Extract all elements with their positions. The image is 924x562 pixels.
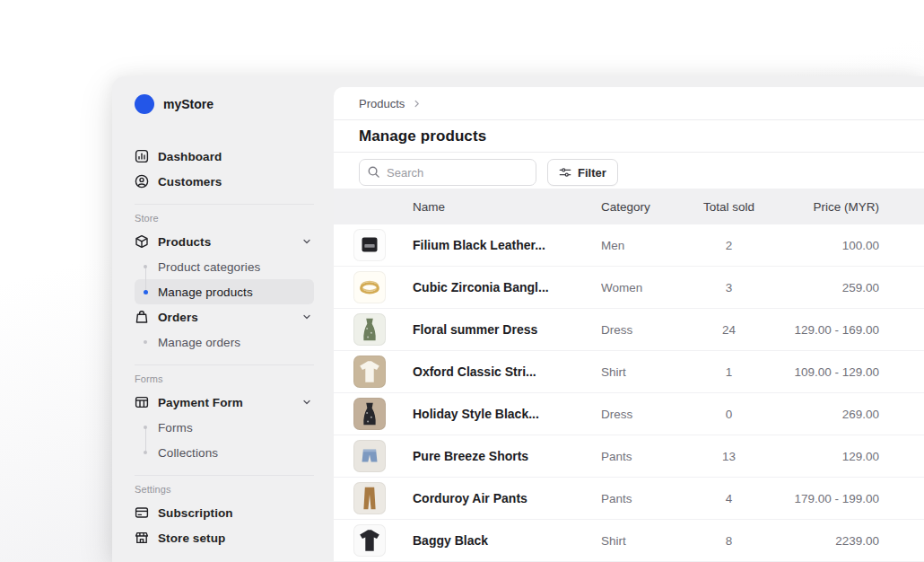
- product-category: Pants: [601, 450, 682, 463]
- sidebar-item-customers[interactable]: Customers: [135, 169, 314, 194]
- bullet-dot-icon: [144, 426, 147, 429]
- chevron-right-icon: [412, 99, 422, 109]
- table-row[interactable]: Filium Black Leather... Men 2 100.00: [334, 224, 924, 267]
- sidebar-divider: [135, 475, 314, 476]
- sidebar-item-manage-orders[interactable]: Manage orders: [135, 329, 314, 355]
- product-category: Women: [601, 281, 682, 294]
- app-window: myStore DashboardCustomersStoreProductsP…: [112, 76, 924, 562]
- column-header-name: Name: [413, 200, 601, 214]
- bullet-dot-icon: [144, 451, 147, 454]
- product-category: Shirt: [601, 534, 682, 548]
- product-name: Cubic Zirconia Bangl...: [413, 280, 601, 294]
- product-price: 179.00 - 199.00: [776, 492, 879, 505]
- chevron-down-icon: [301, 312, 312, 322]
- table-row[interactable]: Holiday Style Black... Dress 0 269.00: [334, 393, 924, 435]
- sidebar-item-store-setup[interactable]: Store setup: [135, 525, 314, 550]
- sidebar-item-product-categories[interactable]: Product categories: [135, 254, 314, 279]
- product-total-sold: 2: [682, 239, 776, 252]
- sidebar-divider: [135, 364, 314, 365]
- product-total-sold: 3: [682, 281, 776, 294]
- sidebar-item-label: Store setup: [158, 531, 225, 545]
- sidebar-item-dashboard[interactable]: Dashboard: [135, 144, 314, 169]
- table-row[interactable]: Oxford Classic Stri... Shirt 1 109.00 - …: [334, 351, 924, 393]
- sidebar-item-label: Manage products: [158, 285, 253, 299]
- sidebar-item-forms[interactable]: Forms: [135, 415, 314, 440]
- product-thumbnail: [353, 229, 386, 261]
- sidebar-item-label: Dashboard: [158, 150, 222, 163]
- filter-icon: [559, 166, 571, 179]
- table-row[interactable]: Floral summer Dress Dress 24 129.00 - 16…: [334, 309, 924, 351]
- payment-form-icon: [135, 395, 149, 409]
- store-setup-icon: [135, 531, 149, 545]
- search-box[interactable]: [359, 159, 536, 186]
- sidebar-item-label: Subscription: [158, 506, 233, 520]
- product-category: Men: [601, 239, 682, 252]
- column-header-category: Category: [601, 200, 682, 214]
- sidebar-nav: DashboardCustomersStoreProductsProduct c…: [135, 144, 314, 550]
- sidebar-item-label: Customers: [158, 175, 222, 189]
- sidebar-item-label: Products: [158, 235, 211, 249]
- product-total-sold: 1: [682, 365, 776, 379]
- bullet-dot-icon: [144, 340, 147, 344]
- product-thumbnail: [353, 398, 386, 430]
- sidebar-item-orders[interactable]: Orders: [135, 304, 314, 329]
- title-bar: Manage products: [334, 120, 924, 153]
- sidebar-item-label: Collections: [158, 446, 218, 460]
- sidebar-item-collections[interactable]: Collections: [135, 440, 314, 465]
- table-row[interactable]: Corduroy Air Pants Pants 4 179.00 - 199.…: [334, 478, 924, 520]
- product-name: Pure Breeze Shorts: [413, 449, 601, 463]
- product-price: 2239.00: [776, 534, 879, 548]
- table-row[interactable]: Baggy Black Shirt 8 2239.00: [334, 520, 924, 562]
- product-price: 269.00: [776, 408, 879, 421]
- subscription-icon: [135, 505, 149, 520]
- sidebar-item-label: Orders: [158, 311, 198, 324]
- dashboard-icon: [135, 149, 149, 163]
- sidebar-item-payment-form[interactable]: Payment Form: [135, 390, 314, 415]
- filter-label: Filter: [578, 166, 606, 180]
- product-total-sold: 13: [682, 450, 776, 463]
- column-header-price: Price (MYR): [776, 200, 879, 214]
- orders-icon: [135, 310, 149, 324]
- product-category: Shirt: [601, 365, 682, 379]
- breadcrumb: Products: [334, 87, 924, 120]
- product-name: Baggy Black: [413, 533, 601, 548]
- section-label-settings: Settings: [135, 484, 314, 495]
- bullet-dot-icon: [144, 265, 147, 268]
- table-row[interactable]: Pure Breeze Shorts Pants 13 129.00: [334, 435, 924, 478]
- brand: myStore: [135, 93, 314, 115]
- brand-name: myStore: [163, 97, 214, 111]
- sidebar-item-subscription[interactable]: Subscription: [135, 500, 314, 525]
- search-input[interactable]: [359, 159, 536, 186]
- product-thumbnail: [353, 482, 386, 514]
- product-price: 129.00: [776, 450, 879, 463]
- product-category: Pants: [601, 492, 682, 505]
- chevron-down-icon: [301, 397, 312, 408]
- product-total-sold: 4: [682, 492, 776, 505]
- product-total-sold: 24: [682, 323, 776, 337]
- product-thumbnail: [353, 524, 386, 557]
- sidebar-item-manage-products[interactable]: Manage products: [135, 279, 314, 304]
- breadcrumb-item-products[interactable]: Products: [359, 97, 405, 110]
- chevron-down-icon: [301, 236, 312, 247]
- product-thumbnail: [353, 440, 386, 472]
- sidebar-item-products[interactable]: Products: [135, 229, 314, 254]
- product-name: Corduroy Air Pants: [413, 491, 601, 505]
- product-name: Oxford Classic Stri...: [413, 364, 601, 379]
- sidebar: myStore DashboardCustomersStoreProductsP…: [112, 76, 334, 562]
- section-label-forms: Forms: [135, 373, 314, 384]
- table-body: Filium Black Leather... Men 2 100.00 Cub…: [334, 224, 924, 562]
- customers-icon: [135, 174, 149, 189]
- product-name: Holiday Style Black...: [413, 407, 601, 421]
- products-icon: [135, 234, 149, 249]
- product-total-sold: 0: [682, 408, 776, 421]
- filter-button[interactable]: Filter: [547, 159, 618, 186]
- products-table: Name Category Total sold Price (MYR) Fil…: [334, 189, 924, 562]
- product-category: Dress: [601, 323, 682, 337]
- product-thumbnail: [353, 271, 386, 303]
- sidebar-item-label: Product categories: [158, 260, 260, 274]
- bullet-dot-icon: [144, 290, 148, 294]
- product-category: Dress: [601, 408, 682, 421]
- page-background: myStore DashboardCustomersStoreProductsP…: [0, 0, 924, 562]
- sidebar-item-label: Payment Form: [158, 396, 243, 409]
- table-row[interactable]: Cubic Zirconia Bangl... Women 3 259.00: [334, 267, 924, 309]
